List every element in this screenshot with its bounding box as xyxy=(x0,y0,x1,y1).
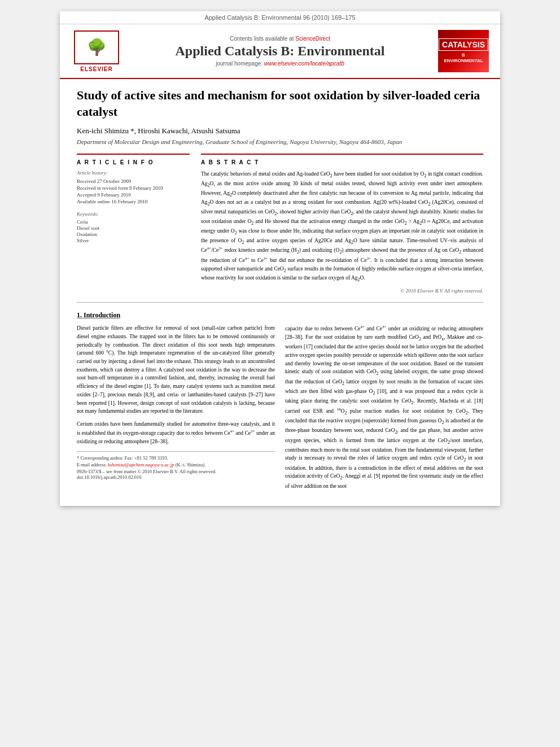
catalysis-logo: CATALYSIS BENVIRONMENTAL xyxy=(438,30,489,72)
intro-heading: 1. Introduction xyxy=(77,311,483,320)
revised-date: Received in revised form 8 February 2010 xyxy=(77,185,190,191)
copyright: © 2010 Elsevier B.V. All rights reserved… xyxy=(201,288,483,294)
keyword-oxidation: Oxidation xyxy=(77,231,190,237)
elsevier-tree-icon: 🌳 xyxy=(87,40,107,55)
article-info-heading: A R T I C L E I N F O xyxy=(77,159,190,165)
content-lists-text: Contents lists available at ScienceDirec… xyxy=(122,36,438,42)
email-suffix: (K.-i. Shimizu). xyxy=(175,462,205,468)
intro-p3: capacity due to redox between Ce4+ and C… xyxy=(285,324,483,490)
body-columns: Diesel particle filters are effective fo… xyxy=(77,324,483,495)
email-link[interactable]: kshimizu@apchem.nagoya-u.ac.jp xyxy=(108,462,174,468)
journal-citation-bar: Applied Catalysis B: Environmental 96 (2… xyxy=(60,11,500,24)
keyword-ceria: Ceria xyxy=(77,219,190,225)
introduction-section: 1. Introduction Diesel particle filters … xyxy=(77,311,483,495)
received-date: Received 27 October 2009 xyxy=(77,178,190,184)
email-line: E-mail address: kshimizu@apchem.nagoya-u… xyxy=(77,462,275,468)
keyword-silver: Silver xyxy=(77,238,190,243)
article-title: Study of active sites and mechanism for … xyxy=(77,88,483,120)
abstract-text: The catalytic behaviors of metal oxides … xyxy=(201,170,483,283)
elsevier-logo: 🌳 ELSEVIER xyxy=(71,30,122,72)
accepted-date: Accepted 9 February 2010 xyxy=(77,192,190,198)
journal-url[interactable]: www.elsevier.com/locate/apcatb xyxy=(264,60,344,67)
journal-name: Applied Catalysis B: Environmental xyxy=(122,43,438,59)
section-divider xyxy=(77,302,483,303)
available-date: Available online 16 February 2010 xyxy=(77,199,190,204)
intro-p1: Diesel particle filters are effective fo… xyxy=(77,324,275,416)
affiliation: Department of Molecular Design and Engin… xyxy=(77,138,483,145)
info-abstract-columns: A R T I C L E I N F O Article history: R… xyxy=(77,154,483,294)
journal-homepage: journal homepage: www.elsevier.com/locat… xyxy=(122,60,438,67)
science-direct-link[interactable]: ScienceDirect xyxy=(295,36,330,42)
history-label: Article history: xyxy=(77,170,190,176)
intro-p2: Cerium oxides have been fundamentally st… xyxy=(77,420,275,445)
email-label: E-mail address: xyxy=(77,462,107,468)
catalysis-logo-sub: BENVIRONMENTAL xyxy=(444,53,483,64)
body-col-right: capacity due to redox between Ce4+ and C… xyxy=(285,324,483,495)
corresponding-author: * Corresponding author. Fax: +81 52 789 … xyxy=(77,455,275,461)
article-body: Study of active sites and mechanism for … xyxy=(60,79,500,506)
keyword-diesel: Diesel soot xyxy=(77,225,190,231)
journal-citation: Applied Catalysis B: Environmental 96 (2… xyxy=(204,14,355,21)
keywords-section: Keywords: Ceria Diesel soot Oxidation Si… xyxy=(77,211,190,243)
article-info-column: A R T I C L E I N F O Article history: R… xyxy=(77,154,190,294)
journal-title-area: Contents lists available at ScienceDirec… xyxy=(122,36,438,67)
elsevier-logo-box: 🌳 xyxy=(74,30,119,64)
abstract-heading: A B S T R A C T xyxy=(201,159,483,165)
elsevier-label: ELSEVIER xyxy=(80,66,112,72)
catalysis-logo-title: CATALYSIS xyxy=(439,38,488,51)
authors: Ken-ichi Shimizu *, Hiroshi Kawachi, Ats… xyxy=(77,126,483,136)
abstract-column: A B S T R A C T The catalytic behaviors … xyxy=(201,154,483,294)
issn-line: 0926-3373/$ – see front matter © 2010 El… xyxy=(77,469,275,474)
journal-header: 🌳 ELSEVIER Contents lists available at S… xyxy=(60,24,500,79)
doi-line: doi:10.1016/j.apcatb.2010.02.016 xyxy=(77,474,275,480)
keywords-label: Keywords: xyxy=(77,211,190,217)
body-col-left: Diesel particle filters are effective fo… xyxy=(77,324,275,495)
page: Applied Catalysis B: Environmental 96 (2… xyxy=(60,11,500,506)
footnote-section: * Corresponding author. Fax: +81 52 789 … xyxy=(77,451,275,480)
